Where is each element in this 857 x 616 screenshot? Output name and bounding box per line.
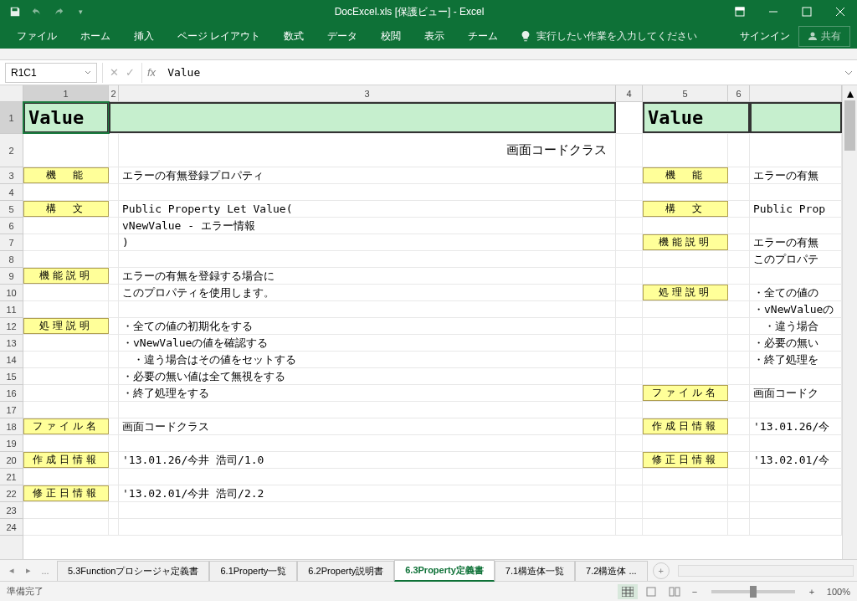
cell[interactable] xyxy=(728,485,750,501)
cell[interactable]: vNewValue - エラー情報 xyxy=(119,218,616,234)
cell[interactable] xyxy=(616,335,643,351)
cell[interactable]: ・必要の無い xyxy=(750,335,842,351)
cell[interactable] xyxy=(616,368,643,384)
cell[interactable]: ・違う場合はその値をセットする xyxy=(119,352,616,367)
cell[interactable] xyxy=(109,268,119,284)
cell[interactable] xyxy=(23,502,109,518)
cell-label[interactable]: 機能説明 xyxy=(643,234,728,250)
scroll-up-button[interactable]: ▴ xyxy=(843,85,857,100)
cell[interactable] xyxy=(616,418,643,434)
redo-button[interactable] xyxy=(49,2,69,22)
cell[interactable] xyxy=(616,402,643,418)
cell[interactable] xyxy=(119,184,616,200)
sheet-tab[interactable]: 7.1構造体一覧 xyxy=(495,561,575,581)
cell[interactable] xyxy=(109,519,119,535)
cell[interactable] xyxy=(616,502,643,518)
row-header[interactable]: 10 xyxy=(0,285,23,301)
cell[interactable] xyxy=(728,201,750,217)
formula-input[interactable]: Value xyxy=(161,66,840,79)
cell[interactable] xyxy=(643,435,728,451)
cell[interactable] xyxy=(728,519,750,535)
row-header[interactable]: 1 xyxy=(0,102,23,134)
cell-label[interactable]: ファイル名 xyxy=(643,385,728,401)
cell[interactable] xyxy=(109,402,119,418)
col-header-4[interactable]: 4 xyxy=(616,85,643,101)
cell[interactable]: 画面コードクラス xyxy=(119,418,616,434)
col-header-6[interactable]: 6 xyxy=(728,85,750,101)
cell-label[interactable]: 構 文 xyxy=(643,201,728,217)
cell-label[interactable]: 処理説明 xyxy=(23,318,109,334)
cell[interactable] xyxy=(750,502,842,518)
tell-me-search[interactable]: 実行したい作業を入力してください xyxy=(511,29,706,44)
cell[interactable] xyxy=(23,301,109,317)
cell[interactable] xyxy=(643,318,728,334)
cell[interactable] xyxy=(728,335,750,351)
cell[interactable]: 画面コードクラス xyxy=(119,134,616,167)
cell[interactable] xyxy=(109,469,119,485)
cell[interactable] xyxy=(109,285,119,300)
cell[interactable] xyxy=(616,251,643,267)
cell[interactable] xyxy=(643,368,728,384)
cell[interactable] xyxy=(23,234,109,250)
row-header[interactable]: 7 xyxy=(0,234,23,251)
cell[interactable] xyxy=(23,251,109,267)
cell[interactable] xyxy=(119,502,616,518)
cell[interactable] xyxy=(109,452,119,468)
cell[interactable]: このプロパティを使用します。 xyxy=(119,285,616,300)
cell[interactable] xyxy=(643,301,728,317)
sheet-tab[interactable]: 6.1Property一覧 xyxy=(209,561,297,581)
row-header[interactable]: 13 xyxy=(0,335,23,352)
cell[interactable] xyxy=(616,352,643,367)
cell-label[interactable]: 修正日情報 xyxy=(23,485,109,501)
sheet-tab[interactable]: 5.3Functionプロシージャ定義書 xyxy=(57,561,209,581)
cell[interactable] xyxy=(23,335,109,351)
cell[interactable] xyxy=(728,385,750,401)
sheet-tab-active[interactable]: 6.3Property定義書 xyxy=(394,560,495,582)
zoom-slider[interactable] xyxy=(711,590,795,593)
cell[interactable] xyxy=(750,402,842,418)
cell-label[interactable]: ファイル名 xyxy=(23,418,109,434)
cell[interactable]: ・終了処理を xyxy=(750,352,842,367)
tab-nav-more[interactable]: ... xyxy=(38,563,52,578)
qat-customize-icon[interactable]: ▾ xyxy=(70,2,90,22)
cell[interactable] xyxy=(643,134,728,167)
cell[interactable] xyxy=(728,469,750,485)
cell[interactable]: ・違う場合 xyxy=(750,318,842,334)
cell[interactable] xyxy=(750,102,842,133)
cell[interactable] xyxy=(23,435,109,451)
cell[interactable]: ・必要の無い値は全て無視をする xyxy=(119,368,616,384)
cell[interactable] xyxy=(109,352,119,367)
cell[interactable] xyxy=(23,519,109,535)
cell[interactable] xyxy=(616,234,643,250)
cell[interactable] xyxy=(643,251,728,267)
cell[interactable] xyxy=(109,102,616,133)
tab-insert[interactable]: 挿入 xyxy=(124,24,164,49)
cell[interactable] xyxy=(643,218,728,234)
cell[interactable] xyxy=(750,184,842,200)
cell[interactable]: ・vNewValueの xyxy=(750,301,842,317)
row-header[interactable]: 8 xyxy=(0,251,23,268)
cell[interactable] xyxy=(119,519,616,535)
cell[interactable] xyxy=(109,485,119,501)
cell[interactable]: エラーの有無登録プロパティ xyxy=(119,167,616,183)
cell[interactable] xyxy=(728,301,750,317)
cell[interactable] xyxy=(23,368,109,384)
row-header[interactable]: 6 xyxy=(0,218,23,234)
cell[interactable]: Public Property Let Value( xyxy=(119,201,616,217)
view-page-layout-button[interactable] xyxy=(641,584,661,599)
cell-label[interactable]: 処理説明 xyxy=(643,285,728,300)
cell[interactable] xyxy=(109,335,119,351)
row-header[interactable]: 3 xyxy=(0,167,23,184)
cell[interactable] xyxy=(616,184,643,200)
cells-area[interactable]: Value Value 画面コードクラス 機 能 エラーの有無登録プロパティ 機… xyxy=(23,102,842,559)
cell[interactable] xyxy=(23,385,109,401)
save-button[interactable] xyxy=(5,2,25,22)
signin-link[interactable]: サインイン xyxy=(740,29,790,44)
cell[interactable]: '13.01.26/今井 浩司/1.0 xyxy=(119,452,616,468)
cell[interactable] xyxy=(750,485,842,501)
cell[interactable] xyxy=(119,402,616,418)
cell[interactable] xyxy=(643,335,728,351)
cell[interactable] xyxy=(728,251,750,267)
cell[interactable] xyxy=(643,502,728,518)
cell[interactable] xyxy=(109,167,119,183)
